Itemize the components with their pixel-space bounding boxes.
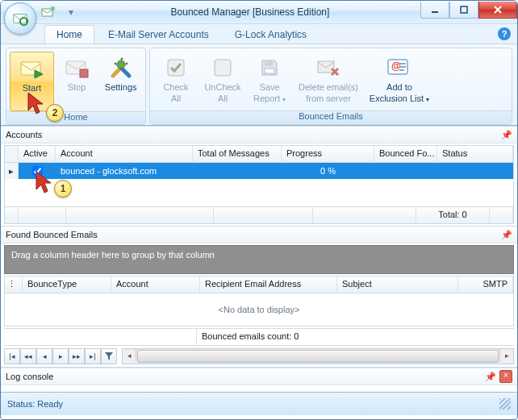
svg-rect-4 <box>461 6 467 13</box>
svg-rect-18 <box>399 66 406 68</box>
window-buttons <box>420 1 517 23</box>
scroll-thumb[interactable] <box>137 350 499 363</box>
nav-prevpage-button[interactable]: ◂◂ <box>20 348 36 364</box>
col-bounced[interactable]: Bounced Fo... <box>374 146 437 162</box>
pin-icon[interactable]: 📌 <box>501 129 512 140</box>
log-panel: Log console 📌 × <box>1 367 517 392</box>
svg-rect-17 <box>399 63 406 64</box>
funnel-icon <box>104 351 114 361</box>
group-by-bar[interactable]: Drag a column header here to group by th… <box>4 245 514 274</box>
ribbon-tabs: Home E-Mail Server Accounts G-Lock Analy… <box>1 24 517 44</box>
col-recipient[interactable]: Recipient Email Address <box>200 277 337 293</box>
uncheck-icon <box>210 55 236 81</box>
close-button[interactable] <box>478 2 517 19</box>
pin-icon[interactable]: 📌 <box>501 229 512 240</box>
ribbon-group-home: Start Stop Settings Home <box>6 48 146 125</box>
delete-emails-button[interactable]: Delete email(s) from server <box>294 52 363 110</box>
help-button[interactable]: ? <box>498 27 511 40</box>
account-name: bounced - glocksoft.com <box>56 166 193 176</box>
tab-glock-analytics[interactable]: G-Lock Analytics <box>223 25 319 44</box>
accounts-panel: Accounts 📌 Active Account Total of Messa… <box>1 126 517 226</box>
account-row[interactable]: ▸ bounced - glocksoft.com 0 % <box>5 163 513 179</box>
svg-rect-13 <box>265 69 274 73</box>
envelope-arrow-icon <box>41 5 56 19</box>
found-panel: Found Bounced Emails 📌 Drag a column hea… <box>1 226 517 367</box>
tab-email-accounts[interactable]: E-Mail Server Accounts <box>96 25 221 44</box>
col-progress[interactable]: Progress <box>282 146 374 162</box>
close-icon <box>493 5 503 15</box>
col-account[interactable]: Account <box>56 146 193 162</box>
app-window: ▾ Bounced Manager [Business Edition] Hom… <box>0 0 518 420</box>
nav-first-button[interactable]: |◂ <box>4 348 20 364</box>
stop-label: Stop <box>68 82 86 92</box>
svg-text:@: @ <box>391 60 401 72</box>
panel-close-button[interactable]: × <box>499 370 512 383</box>
resize-grip-icon[interactable] <box>499 398 511 410</box>
accounts-grid: Active Account Total of Messages Progres… <box>4 145 514 224</box>
account-progress: 0 % <box>282 166 374 176</box>
add-exclusion-button[interactable]: @ Add to Exclusion List ▾ <box>365 52 434 110</box>
found-title: Found Bounced Emails <box>6 230 98 239</box>
check-icon <box>163 55 189 81</box>
nav-next-button[interactable]: ▸ <box>52 348 69 364</box>
accounts-header: Active Account Total of Messages Progres… <box>5 146 513 163</box>
nav-prev-button[interactable]: ◂ <box>36 348 52 364</box>
col-subject[interactable]: Subject <box>337 277 458 293</box>
maximize-button[interactable] <box>449 2 478 19</box>
account-active-checkbox[interactable] <box>32 166 43 177</box>
callout-1: 1 <box>54 180 72 198</box>
no-data-label: <No data to display> <box>5 293 513 326</box>
check-all-button[interactable]: Check All <box>153 52 198 110</box>
nav-nextpage-button[interactable]: ▸▸ <box>69 348 85 364</box>
stop-button[interactable]: Stop <box>56 52 98 110</box>
envelope-stop-icon <box>64 55 90 81</box>
col-active[interactable]: Active <box>19 146 56 162</box>
found-grid: ⋮ BounceType Account Recipient Email Add… <box>4 276 514 326</box>
record-navigator: |◂ ◂◂ ◂ ▸ ▸▸ ▸| ◂ ▸ <box>4 347 514 365</box>
found-count-label: Bounced emails count: 0 <box>197 329 514 345</box>
app-menu-button[interactable] <box>4 2 36 35</box>
uncheck-all-button[interactable]: UnCheck All <box>200 52 245 110</box>
log-title: Log console <box>6 372 53 381</box>
col-found-account[interactable]: Account <box>111 277 200 293</box>
col-status[interactable]: Status <box>437 146 513 162</box>
col-bouncetype[interactable]: BounceType <box>23 277 111 293</box>
scroll-right-icon[interactable]: ▸ <box>499 349 513 362</box>
svg-rect-8 <box>80 69 88 77</box>
svg-rect-12 <box>265 60 273 66</box>
accounts-title: Accounts <box>6 130 42 139</box>
qat-new-button[interactable] <box>40 3 57 21</box>
tab-home[interactable]: Home <box>44 25 94 44</box>
col-selector[interactable]: ⋮ <box>5 277 23 293</box>
save-report-button[interactable]: Save Report ▾ <box>247 52 292 110</box>
tools-icon <box>108 55 134 81</box>
svg-rect-19 <box>399 69 404 71</box>
row-indicator-icon: ▸ <box>5 163 19 179</box>
nav-filter-button[interactable] <box>101 348 117 364</box>
ribbon: Start Stop Settings Home <box>1 44 517 126</box>
settings-button[interactable]: Settings <box>99 52 142 110</box>
nav-last-button[interactable]: ▸| <box>85 348 101 364</box>
found-count-bar: Bounced emails count: 0 <box>4 328 514 346</box>
qat-dropdown-button[interactable]: ▾ <box>62 3 80 21</box>
svg-rect-11 <box>215 60 231 76</box>
group-caption-home: Home <box>6 111 145 124</box>
scroll-left-icon[interactable]: ◂ <box>123 349 136 362</box>
col-smtp[interactable]: SMTP <box>458 277 513 293</box>
row-indicator-header <box>5 146 19 162</box>
minimize-button[interactable] <box>420 2 449 19</box>
svg-rect-14 <box>318 61 334 73</box>
delete-mail-icon <box>315 55 341 81</box>
status-bar: Status: Ready <box>1 392 517 415</box>
pin-icon[interactable]: 📌 <box>485 371 496 382</box>
envelope-refresh-icon <box>11 10 29 27</box>
start-label: Start <box>23 83 41 93</box>
horizontal-scrollbar[interactable]: ◂ ▸ <box>122 348 514 364</box>
titlebar: ▾ Bounced Manager [Business Edition] <box>1 1 517 24</box>
col-total[interactable]: Total of Messages <box>193 146 282 162</box>
group-caption-bounced: Bounced Emails <box>150 110 512 124</box>
found-header: ⋮ BounceType Account Recipient Email Add… <box>5 277 513 293</box>
start-button[interactable]: Start <box>10 52 54 111</box>
address-card-icon: @ <box>386 55 412 81</box>
accounts-total-label: Total: 0 <box>416 207 490 223</box>
